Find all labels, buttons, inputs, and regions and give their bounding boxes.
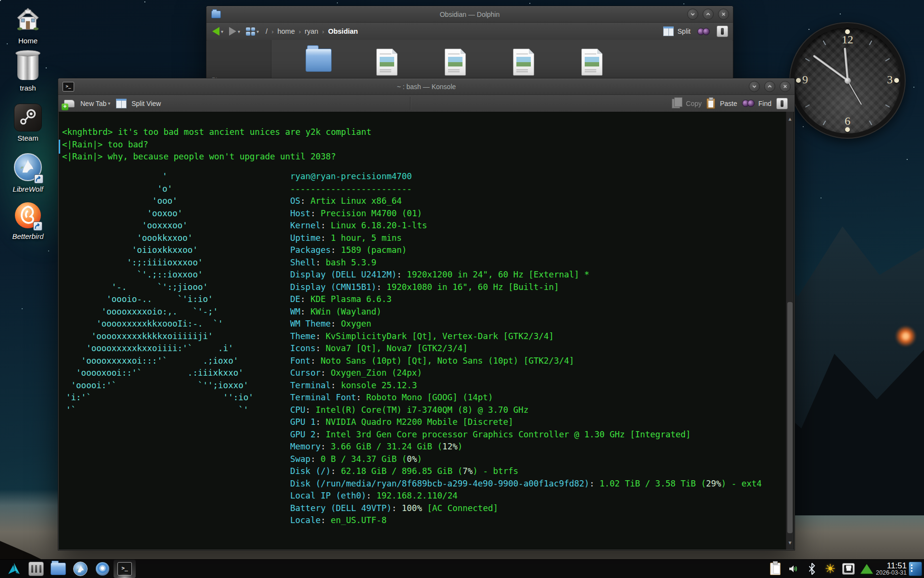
bluetooth-icon	[808, 563, 816, 575]
taskbar-app-librewolf[interactable]	[69, 560, 91, 578]
clock-tick	[885, 58, 890, 62]
file-folder[interactable]	[302, 49, 335, 74]
breadcrumb: /›home›ryan›Obsidian	[266, 27, 358, 35]
clipboard-icon	[770, 563, 781, 575]
clock-tick	[823, 120, 826, 125]
fetch-entry: Locale: en_US.UTF-8	[290, 514, 762, 527]
tray-weather[interactable]: ☀	[824, 562, 836, 576]
find-label: Find	[758, 100, 771, 107]
tray-network[interactable]	[842, 562, 855, 576]
file-image-document[interactable]	[438, 49, 472, 78]
breadcrumb-segment[interactable]: home	[277, 27, 295, 35]
taskbar-app-dolphin[interactable]	[47, 560, 69, 578]
breadcrumb-segment[interactable]: /	[266, 27, 268, 35]
file-image-document[interactable]	[575, 49, 609, 78]
maximize-button[interactable]	[703, 9, 714, 20]
clock-tick	[869, 40, 873, 45]
desktop-icon-home[interactable]: Home	[10, 5, 46, 45]
taskbar-app-app-launcher[interactable]	[3, 560, 25, 578]
desktop-icon-librewolf[interactable]: LibreWolf	[10, 153, 46, 193]
digital-clock[interactable]: 11:51 2026-03-31	[876, 562, 907, 577]
folder-icon	[306, 49, 332, 72]
maximize-button[interactable]	[764, 81, 775, 92]
fetch-entry: Kernel: Linux 6.18.20-1-lts	[290, 220, 762, 232]
new-tab-button[interactable]: New Tab ▾	[64, 100, 110, 107]
minimize-button[interactable]	[749, 81, 760, 92]
split-view-button[interactable]: Split View	[116, 99, 161, 108]
minimize-button[interactable]	[687, 9, 698, 20]
breadcrumb-segment[interactable]: ryan	[305, 27, 318, 35]
task-manager: >_	[3, 560, 136, 578]
show-desktop-button[interactable]	[909, 562, 922, 576]
breadcrumb-separator-icon: ›	[322, 28, 324, 35]
fetch-entry: Display (CMN15B1): 1920x1080 in 16", 60 …	[290, 281, 762, 294]
shortcut-badge	[34, 174, 43, 184]
fetch-entry: Disk (/): 62.18 GiB / 896.85 GiB (7%) - …	[290, 465, 762, 478]
copy-button[interactable]: Copy	[672, 99, 702, 108]
scrollbar-thumb[interactable]	[787, 302, 793, 533]
desktop-icon-label: Home	[10, 37, 46, 45]
fetch-entry: Theme: KvSimplicityDark [Qt], Vertex-Dar…	[290, 330, 762, 343]
split-view-label: Split View	[131, 100, 161, 107]
desktop: HometrashSteamLibreWolfBetterbird 12 3 6…	[0, 0, 924, 578]
clock-numeral-12: 12	[842, 33, 853, 46]
desktop-icon-trash[interactable]: trash	[10, 53, 46, 92]
toolbar-menu-icon[interactable]	[717, 26, 728, 37]
view-mode-button[interactable]: ▾	[246, 27, 259, 36]
scrollbar[interactable]: ▲ ▼	[786, 112, 794, 550]
terminal-quote-text: <knghtbrd> it's too bad most ancient uni…	[62, 126, 372, 163]
tray-removable-devices[interactable]	[860, 562, 873, 576]
terminal-icon: >_	[63, 82, 74, 92]
breadcrumb-segment[interactable]: Obsidian	[328, 27, 358, 35]
close-button[interactable]	[718, 9, 729, 20]
clock-tick	[805, 105, 810, 108]
image-file-icon	[376, 49, 398, 76]
clock-face: 12 3 6 9	[795, 27, 900, 133]
hour-hand	[844, 48, 849, 80]
split-button[interactable]: Split	[663, 26, 691, 36]
toolbar-menu-icon[interactable]	[776, 98, 788, 109]
dolphin-window-title: Obsidian — Dolphin	[206, 11, 733, 18]
fetch-separator: ------------------------	[290, 183, 762, 196]
terminal-view[interactable]: <knghtbrd> it's too bad most ancient uni…	[59, 112, 794, 550]
fetch-entry: Swap: 0 B / 34.37 GiB (0%)	[290, 453, 762, 466]
clock-center-cap	[845, 78, 851, 84]
scroll-up-icon[interactable]: ▲	[786, 113, 794, 125]
app-launcher-icon	[7, 562, 21, 576]
fetch-entry: Memory: 3.66 GiB / 31.24 GiB (12%)	[290, 441, 762, 453]
desktop-icon-label: Betterbird	[10, 232, 46, 240]
desktop-icon-steam[interactable]: Steam	[10, 104, 46, 142]
file-image-document[interactable]	[370, 49, 404, 78]
taskbar-app-chromium[interactable]	[91, 560, 114, 578]
back-button[interactable]: ▾	[212, 27, 223, 36]
scroll-down-icon[interactable]: ▼	[786, 537, 794, 549]
close-button[interactable]	[780, 81, 791, 92]
file-image-document[interactable]	[507, 49, 540, 78]
find-button[interactable]: Find	[742, 100, 771, 107]
fetch-entry: Display (DELL U2412M): 924x578 in 24",…	[290, 269, 762, 281]
konsole-titlebar[interactable]: >_ ~ : bash — Konsole	[58, 79, 795, 95]
taskbar-app-konsole[interactable]: >_	[114, 560, 136, 578]
taskbar-app-pager[interactable]	[25, 560, 47, 578]
fetch-entry: Icons: Nova7 [Qt], Nova7 [GTK2/3/4]	[290, 342, 762, 355]
removable-devices-icon	[860, 564, 873, 574]
desktop-icon-betterbird[interactable]: Betterbird	[10, 202, 46, 240]
new-tab-label: New Tab	[80, 100, 106, 107]
fetch-entry: Uptime: 1 hour, 5 mins	[290, 232, 762, 245]
paste-button[interactable]: Paste	[706, 98, 737, 109]
scroll-position-marker	[59, 140, 60, 154]
tray-clipboard[interactable]	[769, 562, 782, 576]
shortcut-badge	[33, 222, 42, 231]
tray-bluetooth[interactable]	[806, 562, 818, 576]
desktop-icon-label: LibreWolf	[10, 185, 46, 193]
mountain-light	[893, 324, 918, 349]
dolphin-titlebar[interactable]: Obsidian — Dolphin	[206, 6, 733, 23]
tray-volume[interactable]	[787, 562, 800, 576]
fetch-user-host: ryan@ryan-precisionm4700	[290, 171, 762, 183]
clock-numeral-9: 9	[802, 73, 808, 86]
find-icon[interactable]	[697, 28, 710, 35]
volume-icon	[787, 563, 800, 575]
desktop-icon-label: Steam	[10, 134, 46, 142]
forward-button[interactable]: ▾	[229, 27, 240, 36]
clock-dot	[845, 127, 850, 132]
